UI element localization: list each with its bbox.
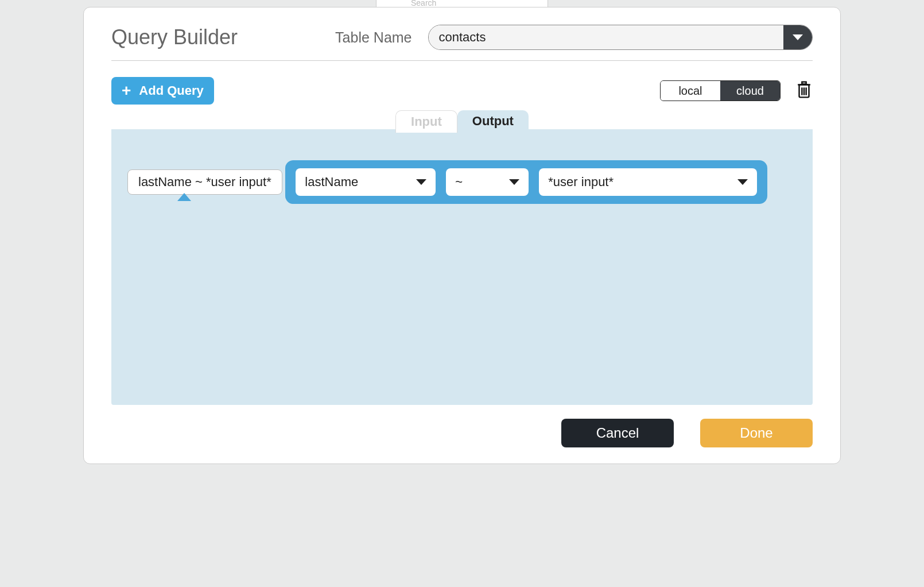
scope-segmented-control: local cloud [660,80,781,101]
add-query-label: Add Query [139,83,203,98]
query-builder-dialog: Query Builder Table Name contacts + Add … [83,7,841,464]
condition-operator-select[interactable]: ~ [446,168,529,196]
plus-icon: + [122,83,131,99]
tab-output[interactable]: Output [457,110,529,133]
table-name-dropdown-button[interactable] [783,25,812,49]
done-button[interactable]: Done [700,419,813,447]
dialog-footer: Cancel Done [111,419,813,447]
table-name-label: Table Name [335,29,411,46]
condition-field-select[interactable]: lastName [296,168,436,196]
chevron-down-icon [509,179,519,185]
chevron-down-icon [416,179,426,185]
condition-operator-value: ~ [455,175,463,190]
add-query-button[interactable]: + Add Query [111,77,214,105]
chevron-down-icon [737,179,748,185]
table-name-select[interactable]: contacts [428,25,813,50]
table-name-value: contacts [429,25,783,49]
condition-field-value: lastName [305,175,358,190]
io-tabs: Input Output [111,107,813,129]
chevron-down-icon [793,34,803,40]
condition-value-text: *user input* [548,175,614,190]
tab-input[interactable]: Input [395,110,457,133]
scope-cloud-button[interactable]: cloud [720,81,780,101]
delete-button[interactable] [795,80,813,102]
toolbar: + Add Query local cloud [111,77,813,105]
query-canvas: lastName ~ *user input* lastName ~ *user… [111,129,813,405]
svg-rect-5 [802,82,806,84]
dialog-header: Query Builder Table Name contacts [111,25,813,61]
trash-icon [795,80,813,99]
query-condition-row: lastName ~ *user input* [285,160,767,204]
query-summary-chip[interactable]: lastName ~ *user input* [127,169,282,195]
cancel-button[interactable]: Cancel [561,419,674,447]
dialog-title: Query Builder [111,25,238,49]
scope-local-button[interactable]: local [661,81,720,101]
condition-value-select[interactable]: *user input* [539,168,757,196]
